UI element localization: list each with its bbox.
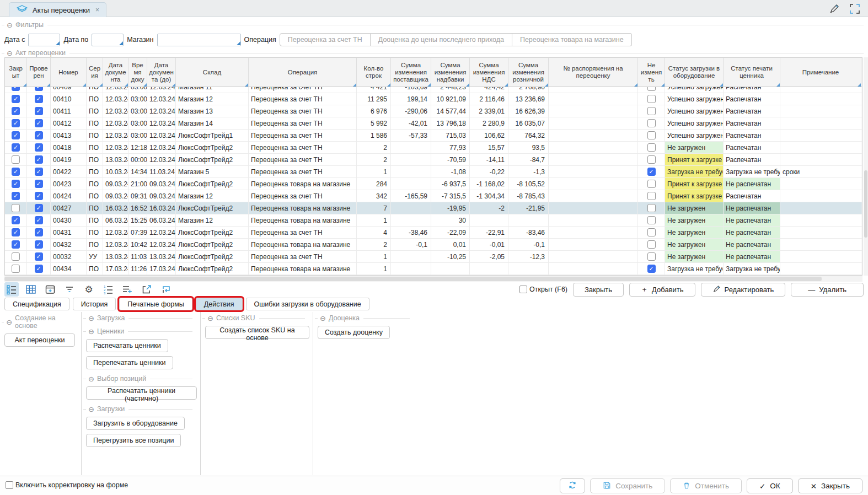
column-header-order_no[interactable]: № распоряжения на переоценку [549, 58, 638, 87]
table-row[interactable]: ✓00427ПО16.03.2416:5216.03.24ЛюксСофтТре… [5, 202, 862, 214]
column-header-time[interactable]: Время доку [128, 58, 147, 87]
nochange-checkbox[interactable] [647, 131, 656, 139]
table-row[interactable]: ✓✓00422ПО10.03.2414:3411.03.24Магазин 5П… [5, 166, 862, 178]
date-from-input[interactable] [28, 34, 60, 46]
calendar-icon[interactable] [43, 282, 57, 297]
verified-checkbox[interactable]: ✓ [35, 168, 43, 176]
settings-gear-icon[interactable]: ⚙ [82, 282, 96, 297]
nochange-checkbox[interactable] [647, 95, 656, 103]
nochange-checkbox[interactable] [647, 107, 656, 115]
closed-checkbox[interactable]: ✓ [12, 180, 20, 188]
edit-pencil-icon[interactable] [829, 3, 840, 14]
print-pricetags-partial-button[interactable]: Распечатать ценники (частично) [86, 386, 197, 400]
column-header-closed[interactable]: Закрыт [5, 58, 27, 87]
verified-checkbox[interactable]: ✓ [35, 252, 43, 261]
collapse-icon[interactable]: ⊖ [88, 328, 94, 335]
tab-close-icon[interactable]: × [95, 6, 99, 14]
closed-checkbox[interactable] [12, 155, 20, 164]
table-row[interactable]: ✓✓00423ПО09.03.2421:0009.03.24ЛюксСофтТр… [5, 178, 862, 190]
load-to-equipment-button[interactable]: Загрузить в оборудование [86, 417, 185, 430]
column-header-sum_retail[interactable]: Сумма изменения розничной [508, 58, 549, 87]
table-row[interactable]: ✓✓00431ПО12.03.2407:3912.03.24ЛюксСофтТр… [5, 227, 862, 239]
closed-checkbox[interactable]: ✓ [12, 216, 20, 224]
table-row[interactable]: ✓✓00413ПО12.03.2403:0012.03.24ЛюксСофтТр… [5, 130, 862, 142]
table-row[interactable]: ✓00032УУ13.03.2411:0313.03.24ЛюксСофтТре… [5, 251, 862, 263]
date-to-input[interactable] [92, 34, 124, 46]
closed-checkbox[interactable]: ✓ [12, 192, 20, 200]
save-button[interactable]: Сохранить [590, 478, 665, 493]
create-sku-list-button[interactable]: Создать список SKU на основе [205, 326, 309, 339]
verified-checkbox[interactable]: ✓ [35, 265, 43, 273]
print-pricetags-button[interactable]: Распечатать ценники [86, 339, 168, 352]
column-header-load_status[interactable]: Статус загрузки в оборудование [665, 58, 724, 87]
closed-checkbox[interactable]: ✓ [12, 107, 20, 115]
horizontal-scrollbar-thumb[interactable] [4, 277, 822, 281]
collapse-icon[interactable]: ⊖ [7, 50, 13, 57]
collapse-icon[interactable]: ⊖ [88, 406, 94, 413]
verified-checkbox[interactable]: ✓ [35, 155, 43, 164]
nochange-checkbox[interactable] [647, 228, 656, 236]
tab-print-forms[interactable]: Печатные формы [119, 298, 192, 310]
horizontal-scrollbar[interactable] [4, 276, 862, 282]
table-row[interactable]: ✓✓00430ПО06.03.2415:2506.03.24Магазин 12… [5, 214, 862, 227]
tab-actions[interactable]: Действия [196, 298, 243, 310]
table-row[interactable]: ✓✓00412ПО12.03.2403:0012.03.24Магазин 14… [5, 117, 862, 130]
collapse-icon[interactable]: ⊖ [7, 21, 13, 29]
create-reprice-button[interactable]: Создать дооценку [318, 326, 390, 339]
table-row[interactable]: ✓✓00411ПО12.03.2403:0012.03.24Магазин 13… [5, 105, 862, 117]
collapse-icon[interactable]: ⊖ [320, 315, 326, 322]
closed-checkbox[interactable]: ✓ [12, 87, 20, 91]
verified-checkbox[interactable]: ✓ [35, 216, 43, 224]
vertical-scrollbar[interactable] [864, 57, 868, 276]
column-header-note[interactable]: Примечание [780, 58, 861, 87]
closed-checkbox[interactable]: ✓ [12, 228, 20, 236]
verified-checkbox[interactable]: ✓ [35, 131, 43, 139]
column-header-verified[interactable]: Проверен [27, 58, 51, 87]
window-tab-acts[interactable]: Акты переоценки × [9, 2, 106, 17]
nochange-checkbox[interactable] [647, 155, 656, 164]
tab-history[interactable]: История [73, 298, 116, 310]
collapse-icon[interactable]: ⊖ [207, 315, 213, 322]
closed-checkbox[interactable]: ✓ [12, 168, 20, 176]
verified-checkbox[interactable]: ✓ [35, 180, 43, 188]
vertical-scrollbar-thumb[interactable] [864, 170, 867, 238]
form-adjustment-checkbox-group[interactable]: Включить корректировку на форме [6, 481, 128, 489]
column-header-number[interactable]: Номер [51, 58, 87, 87]
open-external-icon[interactable] [140, 282, 154, 297]
closed-checkbox[interactable]: ✓ [12, 240, 20, 249]
column-header-operation[interactable]: Операция [249, 58, 357, 87]
table-row[interactable]: ✓✓00409ПО12.03.2403:0012.03.24Магазин 11… [5, 87, 862, 93]
reprint-pricetags-button[interactable]: Перепечатать ценники [86, 356, 173, 369]
column-header-sum_supplier[interactable]: Сумма изменения поставщика [391, 58, 431, 87]
numbered-list-icon[interactable]: 123 [101, 282, 115, 297]
verified-checkbox[interactable]: ✓ [35, 95, 43, 103]
verified-checkbox[interactable]: ✓ [35, 192, 43, 200]
open-f6-checkbox[interactable] [519, 286, 527, 293]
add-to-list-icon[interactable] [120, 282, 135, 297]
closed-checkbox[interactable] [12, 204, 20, 212]
table-row[interactable]: ✓✓00432ПО12.03.2410:4212.03.24ЛюксСофтТр… [5, 239, 862, 251]
closed-checkbox[interactable]: ✓ [12, 95, 20, 103]
collapse-icon[interactable]: ⊖ [88, 375, 94, 383]
column-header-sum_markup[interactable]: Сумма изменения надбавки [431, 58, 470, 87]
open-f6-checkbox-group[interactable]: Открыт (F6) [519, 286, 567, 293]
column-header-warehouse[interactable]: Склад [176, 58, 249, 87]
nochange-checkbox[interactable]: ✓ [647, 265, 656, 273]
view-grid-icon[interactable] [24, 282, 38, 297]
refresh-button[interactable] [560, 478, 585, 493]
verified-checkbox[interactable]: ✓ [35, 87, 43, 91]
delete-button[interactable]: —Удалить [791, 283, 864, 297]
column-header-date_to[interactable]: Дата документа (до) [147, 58, 176, 87]
closed-checkbox[interactable]: ✓ [12, 119, 20, 127]
table-row[interactable]: ✓00419ПО13.03.2400:0012.03.24ЛюксСофтТре… [5, 154, 862, 166]
closed-checkbox[interactable]: ✓ [12, 143, 20, 152]
closed-checkbox[interactable] [12, 265, 20, 273]
closed-checkbox[interactable] [12, 252, 20, 261]
nochange-checkbox[interactable] [647, 119, 656, 127]
operation-option-last-arrival[interactable]: Дооценка до цены последнего прихода [371, 33, 512, 46]
verified-checkbox[interactable]: ✓ [35, 228, 43, 236]
operation-option-tn[interactable]: Переоценка за счет ТН [280, 33, 371, 46]
column-header-count[interactable]: Кол-во строк [357, 58, 391, 87]
collapse-icon[interactable]: ⊖ [88, 315, 94, 322]
nochange-checkbox[interactable] [647, 240, 656, 249]
